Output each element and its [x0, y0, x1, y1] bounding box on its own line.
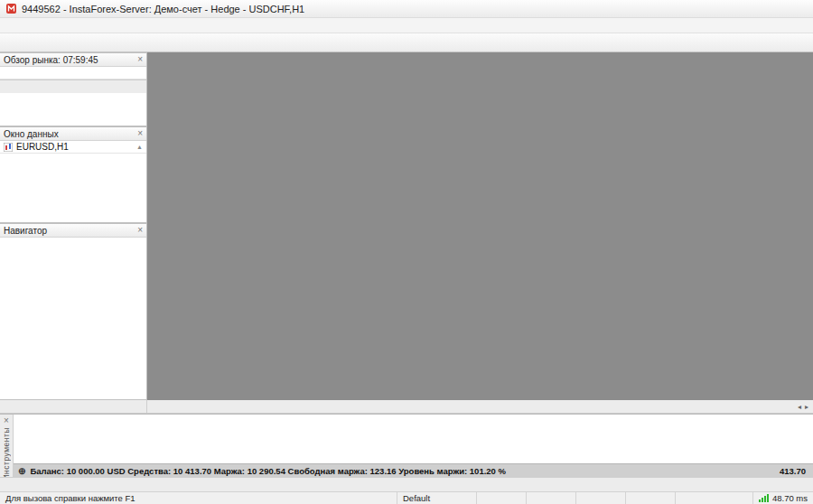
trade-table: ⊕ Баланс: 10 000.00 USD Средства: 10 413… [14, 415, 813, 477]
chart-tabs [147, 400, 793, 413]
menu-bar [0, 18, 813, 33]
balance-summary: Баланс: 10 000.00 USD Средства: 10 413.7… [30, 466, 506, 476]
toolbox-panel: × Инструменты ⊕ Баланс: 10 000.00 USD Ср… [0, 414, 813, 477]
window-title: 9449562 - InstaForex-Server: Демо-счет -… [22, 4, 304, 14]
chart-mdi-area [147, 52, 813, 400]
total-profit: 413.70 [780, 466, 806, 476]
close-icon[interactable]: × [137, 55, 143, 64]
status-latency: 48.70 ms [753, 492, 813, 504]
close-icon[interactable]: × [137, 129, 143, 138]
title-bar[interactable]: 9449562 - InstaForex-Server: Демо-счет -… [0, 0, 813, 18]
status-profile[interactable]: Default [397, 492, 477, 504]
close-icon[interactable]: × [137, 226, 143, 235]
status-bar: Для вызова справки нажмите F1 Default 48… [0, 491, 813, 504]
scroll-right-icon[interactable]: ▸ [805, 403, 808, 411]
navigator-tree [0, 238, 146, 399]
scroll-left-icon[interactable]: ◂ [798, 403, 801, 411]
data-window-panel: Окно данных × EURUSD,H1 ▲ [0, 126, 147, 223]
connection-signal-icon [759, 494, 769, 502]
toolbox-label: Инструменты [2, 427, 11, 481]
data-window-fields [0, 154, 146, 222]
scroll-up-icon[interactable]: ▲ [136, 144, 143, 150]
status-help: Для вызова справки нажмите F1 [0, 492, 397, 504]
data-window-title: Окно данных [4, 129, 59, 139]
market-watch-tabs [0, 79, 146, 93]
chart-mini-icon [4, 143, 13, 152]
data-window-symbol-row: EURUSD,H1 ▲ [0, 141, 146, 154]
market-watch-panel: Обзор рынка: 07:59:45 × [0, 52, 147, 126]
toolbar [0, 33, 813, 52]
toolbox-vertical-strip: × Инструменты [0, 415, 14, 477]
market-watch-title: Обзор рынка: 07:59:45 [4, 55, 98, 65]
tab-band: ◂ ▸ [0, 400, 813, 414]
balance-row: ⊕ Баланс: 10 000.00 USD Средства: 10 413… [14, 463, 813, 477]
close-icon[interactable]: × [4, 416, 9, 425]
chart-tabs-scroll[interactable]: ◂ ▸ [793, 400, 813, 413]
navigator-panel: Навигатор × [0, 223, 147, 400]
main-area: Обзор рынка: 07:59:45 × Окно данных × EU… [0, 52, 813, 400]
market-watch-header [0, 67, 146, 79]
navigator-title: Навигатор [4, 226, 47, 236]
mt5-terminal-window: 9449562 - InstaForex-Server: Демо-счет -… [0, 0, 813, 504]
data-window-symbol: EURUSD,H1 [16, 142, 69, 152]
sidebar: Обзор рынка: 07:59:45 × Окно данных × EU… [0, 52, 147, 400]
navigator-tabs [0, 400, 147, 413]
expand-icon[interactable]: ⊕ [18, 466, 25, 476]
app-logo-icon [5, 3, 17, 14]
toolbox-tab-bar [0, 477, 813, 491]
